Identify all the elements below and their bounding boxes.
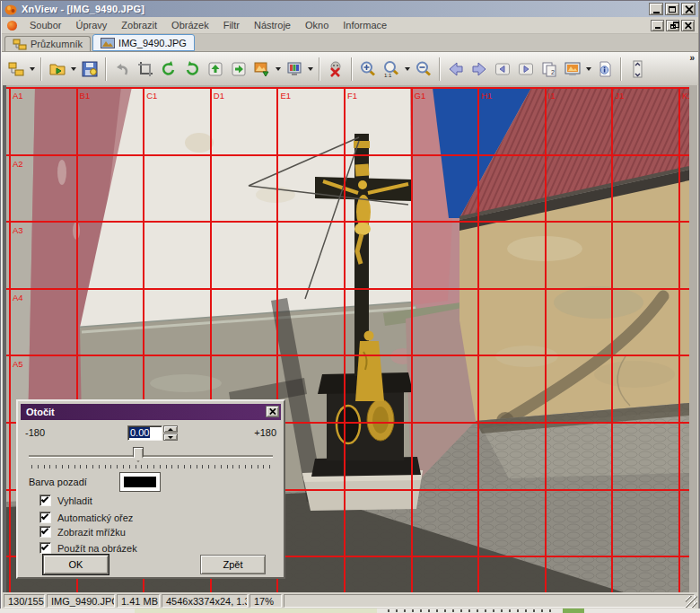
- menu-filtr[interactable]: Filtr: [216, 18, 247, 32]
- slider-ticks: [31, 465, 272, 469]
- close-icon: [685, 5, 693, 13]
- menu-zobrazit[interactable]: Zobrazit: [114, 18, 164, 32]
- restore-icon: [670, 24, 676, 29]
- resize-grip[interactable]: [686, 596, 697, 608]
- delete-button[interactable]: [324, 57, 347, 82]
- fullscreen-dropdown[interactable]: [584, 57, 593, 82]
- checkbox-row-apply: Použít na obrázek: [39, 542, 137, 554]
- pages-button[interactable]: 2: [538, 57, 561, 82]
- maximize-button[interactable]: [665, 3, 679, 15]
- tab-explorer-label: Průzkumník: [31, 39, 83, 49]
- svg-text:A1: A1: [13, 91, 23, 101]
- info-icon: [595, 60, 615, 78]
- zoom-out-button[interactable]: [412, 57, 435, 82]
- panel-icon: [627, 59, 647, 79]
- back-button[interactable]: [444, 57, 468, 82]
- next-image-icon: [516, 60, 536, 78]
- rotate-left-button[interactable]: [157, 57, 180, 82]
- checkbox-row-grid: Zobrazit mřížku: [39, 526, 126, 538]
- close-button[interactable]: [681, 3, 696, 15]
- previous-image-button[interactable]: [491, 57, 514, 82]
- minimize-button[interactable]: [649, 3, 663, 15]
- convert-dropdown[interactable]: [274, 57, 283, 82]
- dialog-title-bar[interactable]: Otočit: [21, 404, 281, 420]
- chevron-down-icon: [586, 67, 591, 71]
- crop-button[interactable]: [134, 57, 157, 82]
- tab-explorer[interactable]: Průzkumník: [4, 36, 91, 51]
- display-dropdown[interactable]: [306, 57, 315, 82]
- previous-image-icon: [493, 60, 512, 78]
- show-grid-checkbox[interactable]: [39, 526, 51, 538]
- browser-dropdown[interactable]: [28, 57, 37, 82]
- tab-bar: Průzkumník IMG_9490.JPG: [2, 34, 698, 52]
- save-icon: [80, 60, 100, 78]
- background-color-swatch[interactable]: [120, 473, 160, 491]
- child-restore-button[interactable]: [666, 20, 679, 31]
- dialog-close-button[interactable]: [266, 406, 279, 417]
- minimize-icon: [653, 12, 660, 13]
- tab-image[interactable]: IMG_9490.JPG: [92, 34, 195, 51]
- child-minimize-button[interactable]: [651, 20, 664, 31]
- smooth-label: Vyhladit: [57, 495, 92, 506]
- pages-icon: 2: [539, 60, 559, 78]
- status-dimensions: 4546x3374x24, 1.35: [162, 594, 248, 608]
- window-title: XnView - [IMG_9490.JPG]: [22, 4, 144, 14]
- image-forward-button[interactable]: [227, 57, 250, 82]
- angle-slider-track[interactable]: [29, 455, 273, 457]
- menu-soubor[interactable]: Soubor: [22, 18, 68, 32]
- smooth-checkbox[interactable]: [39, 495, 51, 506]
- ok-button[interactable]: OK: [43, 555, 109, 574]
- spinner-up-button[interactable]: [163, 425, 178, 433]
- save-button[interactable]: [78, 57, 101, 82]
- menu-obrazek[interactable]: Obrázek: [164, 18, 216, 32]
- spinner-down-button[interactable]: [163, 433, 178, 441]
- delete-icon: [326, 60, 346, 78]
- autocrop-checkbox[interactable]: [39, 512, 51, 523]
- convert-button[interactable]: [250, 57, 274, 82]
- display-button[interactable]: [283, 57, 306, 82]
- image-forward-icon: [229, 60, 249, 78]
- apply-label: Použít na obrázek: [57, 543, 137, 554]
- chevron-down-icon: [71, 67, 76, 71]
- zoom-in-button[interactable]: [356, 57, 380, 82]
- image-up-button[interactable]: [204, 57, 227, 82]
- check-icon: [41, 495, 48, 503]
- check-icon: [41, 543, 48, 550]
- open-button[interactable]: [46, 57, 69, 82]
- zoom-custom-button[interactable]: 1:1: [380, 57, 403, 82]
- browser-button[interactable]: [4, 57, 28, 82]
- open-dropdown[interactable]: [69, 57, 78, 82]
- next-image-button[interactable]: [514, 57, 538, 82]
- angle-value: 0.00: [129, 427, 150, 438]
- forward-button[interactable]: [468, 57, 491, 82]
- svg-text:2: 2: [551, 69, 555, 75]
- info-button[interactable]: [593, 57, 617, 82]
- minimize-icon: [655, 27, 661, 29]
- svg-text:A5: A5: [13, 359, 23, 369]
- angle-input[interactable]: 0.00: [127, 425, 162, 441]
- menu-informace[interactable]: Informace: [336, 18, 394, 32]
- browser-icon: [6, 60, 26, 78]
- svg-text:H1: H1: [481, 91, 492, 101]
- menu-okno[interactable]: Okno: [298, 18, 336, 32]
- apply-checkbox[interactable]: [39, 542, 51, 554]
- convert-icon: [252, 60, 272, 78]
- menu-nastroje[interactable]: Nástroje: [247, 18, 298, 32]
- svg-text:A2: A2: [13, 159, 23, 169]
- undo-button[interactable]: [110, 57, 134, 82]
- panel-button[interactable]: [626, 57, 649, 82]
- undo-icon: [112, 60, 132, 78]
- angle-spinner: [163, 425, 178, 441]
- document-icon[interactable]: [7, 21, 17, 31]
- menu-upravy[interactable]: Úpravy: [68, 18, 114, 32]
- angle-slider-thumb[interactable]: [133, 447, 144, 462]
- rotate-right-button[interactable]: [180, 57, 204, 82]
- back-button[interactable]: Zpět: [200, 555, 266, 574]
- svg-text:F1: F1: [347, 91, 357, 101]
- child-close-button[interactable]: [681, 20, 695, 31]
- toolbar-overflow-chevron[interactable]: »: [689, 53, 694, 63]
- fullscreen-button[interactable]: [561, 57, 584, 82]
- rotate-dialog: Otočit -180 +180 0.00 Barva pozadí Vyhla…: [16, 399, 285, 579]
- zoom-dropdown[interactable]: [403, 57, 412, 82]
- check-icon: [41, 527, 48, 534]
